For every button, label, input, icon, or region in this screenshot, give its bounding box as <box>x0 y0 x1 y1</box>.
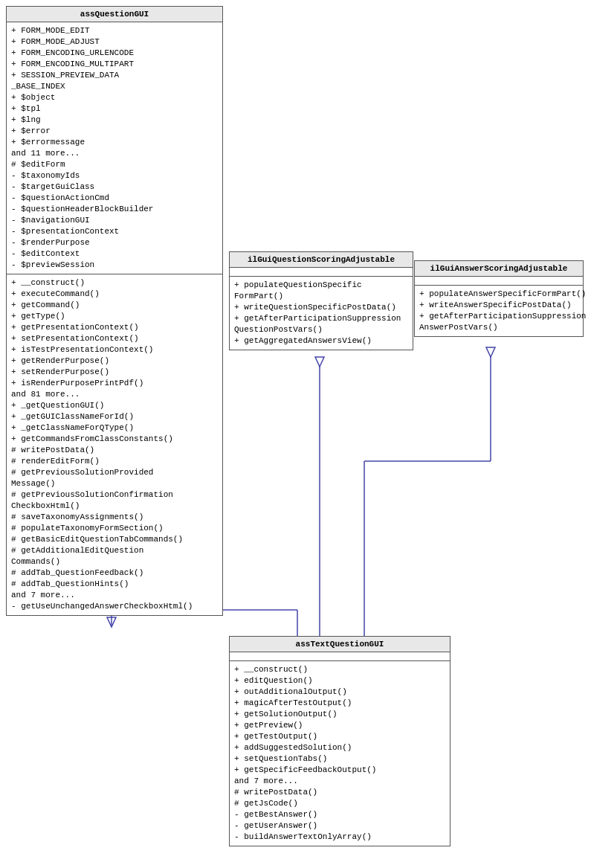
assTextQuestionGUI-section2: + __construct() + editQuestion() + outAd… <box>230 661 450 846</box>
tq-m-4: + magicAfterTestOutput() <box>234 698 445 709</box>
as-m-2: + writeAnswerSpecificPostData() <box>419 300 578 311</box>
m-6: + setPresentationContext() <box>11 333 218 344</box>
line-10: + $error <box>11 126 218 137</box>
m-11: and 81 more... <box>11 389 218 400</box>
tq-m-16: - buildAnswerTextOnlyArray() <box>234 832 445 843</box>
m-10: + isRenderPurposePrintPdf() <box>11 378 218 389</box>
ilGuiAnswerScoringAdjustable-section1 <box>415 277 583 286</box>
svg-marker-3 <box>107 617 116 627</box>
m-18: # getPreviousSolutionProvided <box>11 467 218 478</box>
assQuestionGUI-section2: + __construct() + executeCommand() + get… <box>7 274 222 615</box>
line-4: + FORM_ENCODING_MULTIPART <box>11 59 218 70</box>
ilGuiQuestionScoringAdjustable-header: ilGuiQuestionScoringAdjustable <box>230 252 413 268</box>
assQuestionGUI-box: assQuestionGUI + FORM_MODE_EDIT + FORM_M… <box>6 6 223 616</box>
m-28: # addTab_QuestionHints() <box>11 579 218 590</box>
line-6: _BASE_INDEX <box>11 81 218 92</box>
line-19: - $presentationContext <box>11 226 218 237</box>
assTextQuestionGUI-box: assTextQuestionGUI + __construct() + edi… <box>229 636 450 846</box>
line-2: + FORM_MODE_ADJUST <box>11 36 218 48</box>
svg-marker-9 <box>486 347 495 357</box>
line-5: + SESSION_PREVIEW_DATA <box>11 70 218 81</box>
m-23: # populateTaxonomyFormSection() <box>11 523 218 534</box>
line-1: + FORM_MODE_EDIT <box>11 25 218 36</box>
assQuestionGUI-section1: + FORM_MODE_EDIT + FORM_MODE_ADJUST + FO… <box>7 22 222 274</box>
line-7: + $object <box>11 92 218 103</box>
m-17: # renderEditForm() <box>11 456 218 467</box>
tq-m-2: + editQuestion() <box>234 675 445 687</box>
ilGuiAnswerScoringAdjustable-section2: + populateAnswerSpecificFormPart() + wri… <box>415 286 583 336</box>
m-15: + getCommandsFromClassConstants() <box>11 434 218 445</box>
m-21: CheckboxHtml() <box>11 501 218 512</box>
m-22: # saveTaxonomyAssignments() <box>11 512 218 523</box>
ilGuiAnswerScoringAdjustable-box: ilGuiAnswerScoringAdjustable + populateA… <box>414 260 584 337</box>
ilGuiQuestionScoringAdjustable-section1 <box>230 268 413 277</box>
qs-m-6: + getAggregatedAnswersView() <box>234 335 408 347</box>
m-25: # getAdditionalEditQuestion <box>11 545 218 556</box>
line-16: - $questionActionCmd <box>11 193 218 204</box>
assTextQuestionGUI-section1 <box>230 652 450 661</box>
m-19: Message() <box>11 478 218 489</box>
line-22: - $previewSession <box>11 260 218 271</box>
tq-m-15: - getUserAnswer() <box>234 820 445 832</box>
m-24: # getBasicEditQuestionTabCommands() <box>11 534 218 545</box>
m-27: # addTab_QuestionFeedback() <box>11 568 218 579</box>
assTextQuestionGUI-title: assTextQuestionGUI <box>296 640 384 649</box>
m-14: + _getClassNameForQType() <box>11 422 218 434</box>
tq-m-14: - getBestAnswer() <box>234 809 445 820</box>
as-m-3: + getAfterParticipationSuppression <box>419 311 578 322</box>
line-3: + FORM_ENCODING_URLENCODE <box>11 48 218 59</box>
line-15: - $targetGuiClass <box>11 181 218 193</box>
ilGuiAnswerScoringAdjustable-header: ilGuiAnswerScoringAdjustable <box>415 261 583 277</box>
tq-m-7: + getTestOutput() <box>234 731 445 742</box>
tq-m-10: + getSpecificFeedbackOutput() <box>234 765 445 776</box>
m-7: + isTestPresentationContext() <box>11 344 218 356</box>
qs-m-1: + populateQuestionSpecific <box>234 280 408 291</box>
line-13: # $editForm <box>11 159 218 170</box>
line-9: + $lng <box>11 115 218 126</box>
tq-m-6: + getPreview() <box>234 720 445 731</box>
tq-m-13: # getJsCode() <box>234 798 445 809</box>
tq-m-8: + addSuggestedSolution() <box>234 742 445 753</box>
diagram-container: assQuestionGUI + FORM_MODE_EDIT + FORM_M… <box>0 0 591 868</box>
qs-m-3: + writeQuestionSpecificPostData() <box>234 302 408 313</box>
ilGuiQuestionScoringAdjustable-box: ilGuiQuestionScoringAdjustable + populat… <box>229 251 413 350</box>
line-11: + $errormessage <box>11 137 218 148</box>
line-8: + $tpl <box>11 103 218 115</box>
line-18: - $navigationGUI <box>11 215 218 226</box>
assQuestionGUI-title: assQuestionGUI <box>80 10 149 19</box>
m-2: + executeCommand() <box>11 289 218 300</box>
as-m-1: + populateAnswerSpecificFormPart() <box>419 289 578 300</box>
as-m-4: AnswerPostVars() <box>419 322 578 333</box>
line-14: - $taxonomyIds <box>11 170 218 181</box>
ilGuiQuestionScoringAdjustable-title: ilGuiQuestionScoringAdjustable <box>248 255 395 264</box>
tq-m-1: + __construct() <box>234 664 445 675</box>
line-17: - $questionHeaderBlockBuilder <box>11 204 218 215</box>
tq-m-3: + outAdditionalOutput() <box>234 687 445 698</box>
ilGuiQuestionScoringAdjustable-section2: + populateQuestionSpecific FormPart() + … <box>230 277 413 350</box>
m-4: + getType() <box>11 311 218 322</box>
m-29: and 7 more... <box>11 590 218 601</box>
qs-m-2: FormPart() <box>234 291 408 302</box>
m-1: + __construct() <box>11 277 218 289</box>
m-26: Commands() <box>11 556 218 568</box>
tq-m-12: # writePostData() <box>234 787 445 798</box>
line-12: and 11 more... <box>11 148 218 159</box>
m-30: - getUseUnchangedAnswerCheckboxHtml() <box>11 601 218 612</box>
svg-marker-5 <box>315 357 324 367</box>
line-21: - $editContext <box>11 248 218 260</box>
m-20: # getPreviousSolutionConfirmation <box>11 489 218 501</box>
m-9: + setRenderPurpose() <box>11 367 218 378</box>
qs-m-4: + getAfterParticipationSuppression <box>234 313 408 324</box>
assQuestionGUI-header: assQuestionGUI <box>7 7 222 22</box>
m-8: + getRenderPurpose() <box>11 356 218 367</box>
line-20: - $renderPurpose <box>11 237 218 248</box>
m-13: + _getGUIClassNameForId() <box>11 411 218 422</box>
m-12: + _getQuestionGUI() <box>11 400 218 411</box>
m-16: # writePostData() <box>11 445 218 456</box>
ilGuiAnswerScoringAdjustable-title: ilGuiAnswerScoringAdjustable <box>430 264 568 273</box>
m-5: + getPresentationContext() <box>11 322 218 333</box>
qs-m-5: QuestionPostVars() <box>234 324 408 335</box>
m-3: + getCommand() <box>11 300 218 311</box>
tq-m-11: and 7 more... <box>234 776 445 787</box>
tq-m-5: + getSolutionOutput() <box>234 709 445 720</box>
